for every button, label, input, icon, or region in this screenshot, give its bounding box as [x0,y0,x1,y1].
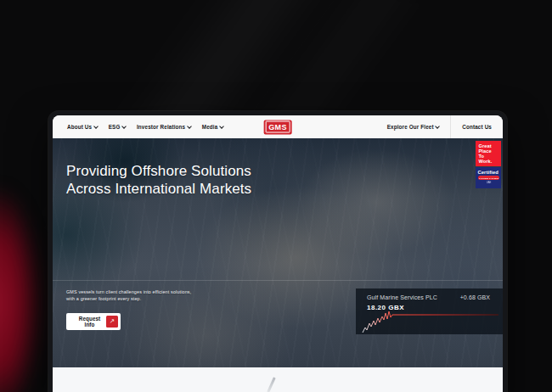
main-navigation: About Us ESG Investor Relations Media [53,124,223,130]
website-page: About Us ESG Investor Relations Media GM [53,115,503,392]
browser-window-mockup: About Us ESG Investor Relations Media GM [48,111,507,392]
certified-badge-region: UAE [482,181,494,183]
hero-heading: Providing Offshore Solutions Across Inte… [66,163,251,198]
great-place-to-work-badge: Great Place To Work. [476,141,501,166]
hero-description: GMS vessels turn client challenges into … [66,289,191,302]
stock-company-name: Gulf Marine Services PLC [367,294,437,300]
certified-badge-dates: JAN 2025-JAN 2026 [478,176,498,179]
vessel-crane-graphic [267,377,275,392]
certified-badge: Certified JAN 2025-JAN 2026 UAE [476,167,501,188]
next-section-preview [53,367,503,392]
secondary-navigation: Explore Our Fleet Contact Us [376,115,503,138]
nav-item-esg[interactable]: ESG [109,124,126,130]
hero-description-line2: with a greener footprint every step. [66,296,191,303]
nav-label: Investor Relations [137,124,185,130]
request-info-button[interactable]: Request Info ↗ [66,313,121,330]
chevron-down-icon [187,124,192,129]
stock-ticker-row: Gulf Marine Services PLC +0.68 GBX [356,288,503,300]
hero-description-line1: GMS vessels turn client challenges into … [66,289,191,296]
site-header: About Us ESG Investor Relations Media GM [53,115,503,138]
arrow-up-right-icon: ↗ [106,316,118,328]
stock-sparkline-path [363,311,498,333]
certification-badges: Great Place To Work. Certified JAN 2025-… [476,141,501,188]
hero-section: Providing Offshore Solutions Across Inte… [53,138,503,367]
chevron-down-icon [435,124,440,129]
hero-heading-line1: Providing Offshore Solutions [66,163,251,181]
chevron-down-icon [219,124,224,129]
nav-item-investor-relations[interactable]: Investor Relations [137,124,191,130]
nav-label: Explore Our Fleet [387,124,434,130]
certified-badge-dates-bar: JAN 2025-JAN 2026 [478,176,499,180]
nav-label: ESG [109,124,121,130]
gms-logo-text: GMS [265,121,290,133]
nav-item-about-us[interactable]: About Us [67,124,98,130]
hero-heading-line2: Across International Markets [66,181,251,199]
nav-item-explore-our-fleet[interactable]: Explore Our Fleet [376,124,451,130]
request-info-label: Request Info [73,316,106,328]
certified-badge-title: Certified [478,170,499,175]
gms-logo[interactable]: GMS [264,120,292,134]
stock-change-value: +0.68 GBX [460,294,490,300]
chevron-down-icon [93,124,99,129]
nav-label: Contact Us [462,124,492,130]
nav-label: Media [202,124,218,130]
nav-item-media[interactable]: Media [202,124,223,130]
nav-item-contact-us[interactable]: Contact Us [451,124,503,130]
chevron-down-icon [121,124,127,129]
hero-divider-line [53,280,503,281]
nav-label: About Us [67,124,92,130]
gptw-badge-text: Work. [479,159,500,164]
stock-ticker-widget[interactable]: Gulf Marine Services PLC +0.68 GBX 18.20… [356,288,503,334]
stock-sparkline-chart [356,309,503,334]
